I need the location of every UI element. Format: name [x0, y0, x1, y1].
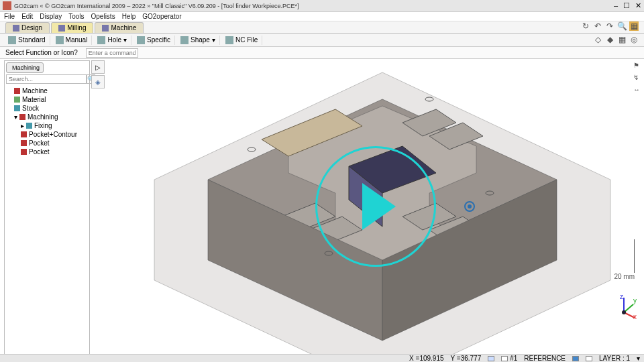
status-reference[interactable]: REFERENCE: [524, 355, 566, 362]
machine-icon: [102, 25, 109, 32]
svg-point-26: [622, 310, 626, 314]
manual-icon: [56, 36, 64, 44]
status-toggle-1[interactable]: [488, 356, 494, 361]
side-tool-column: ▷ ◈: [91, 60, 106, 353]
status-layer-box[interactable]: #1: [501, 355, 517, 362]
menu-opelists[interactable]: Opelists: [91, 13, 115, 20]
wire-icon[interactable]: ◇: [593, 35, 602, 44]
command-input[interactable]: [86, 48, 138, 58]
side-panel: Machining 🔍 Machine Material Stock ▾Mach…: [4, 60, 90, 355]
cube-icon[interactable]: ▦: [629, 21, 639, 31]
window-title: GO2cam « © GO2cam International 2009 – 2…: [14, 3, 614, 9]
title-bar: GO2cam « © GO2cam International 2009 – 2…: [0, 0, 644, 12]
specific-button[interactable]: Specific: [133, 36, 175, 45]
shape-icon: [180, 36, 189, 44]
status-layer[interactable]: LAYER : 1: [599, 355, 630, 362]
menu-go2operator[interactable]: GO2operator: [142, 13, 181, 20]
prompt-bar: Select Function or Icon?: [0, 47, 644, 59]
menu-edit[interactable]: Edit: [21, 13, 33, 20]
menu-help[interactable]: Help: [122, 13, 136, 20]
status-line[interactable]: [586, 356, 592, 361]
svg-text:z: z: [620, 294, 623, 300]
tree-material[interactable]: Material: [7, 95, 87, 104]
hole-button[interactable]: Hole▾: [93, 36, 131, 45]
standard-icon: [8, 36, 16, 44]
tree-pocket2[interactable]: Pocket: [7, 147, 87, 156]
status-color[interactable]: [572, 356, 579, 361]
eye-icon[interactable]: ◎: [629, 35, 639, 44]
scale-indicator: 20 mm: [614, 239, 635, 280]
tab-machine[interactable]: Machine: [95, 22, 144, 33]
tree-machine[interactable]: Machine: [7, 86, 87, 95]
menu-tools[interactable]: Tools: [68, 13, 84, 20]
redo-icon[interactable]: ↷: [605, 21, 614, 31]
tab-design[interactable]: Design: [5, 22, 50, 33]
ncfile-button[interactable]: NC File: [221, 36, 262, 45]
hole-icon: [97, 36, 105, 44]
close-button[interactable]: ✕: [635, 1, 641, 10]
menu-bar: File Edit Display Tools Opelists Help GO…: [0, 12, 644, 21]
milling-icon: [58, 25, 65, 32]
ncfile-icon: [225, 36, 233, 44]
mode-tabs: Design Milling Machine: [0, 21, 644, 34]
viewport-3d[interactable]: ↻ ↶ ↷ 🔍 ▦ ◇ ◆ ▦ ◎ ⚑ ↯ ↔: [107, 59, 644, 354]
ribbon-toolbar: Standard Manual Hole▾ Specific Shape▾ NC…: [0, 34, 644, 47]
tree-stock[interactable]: Stock: [7, 104, 87, 113]
play-button[interactable]: ▷: [91, 60, 105, 74]
refresh-icon[interactable]: ↻: [581, 21, 590, 31]
manual-button[interactable]: Manual: [52, 36, 93, 45]
undo-icon[interactable]: ↶: [593, 21, 602, 31]
menu-file[interactable]: File: [4, 13, 15, 20]
workpiece-render: [107, 59, 644, 354]
status-y: Y =36.777: [451, 355, 482, 362]
shade-icon[interactable]: ◆: [605, 35, 614, 44]
menu-display[interactable]: Display: [40, 13, 62, 20]
svg-text:x: x: [633, 313, 637, 320]
zoom-icon[interactable]: 🔍: [617, 21, 627, 31]
standard-button[interactable]: Standard: [4, 36, 50, 45]
grid-icon[interactable]: ▦: [617, 35, 627, 44]
status-bar: X =109.915 Y =36.777 #1 REFERENCE LAYER …: [0, 354, 644, 362]
shape-button[interactable]: Shape▾: [176, 36, 220, 45]
status-x: X =109.915: [409, 355, 443, 362]
tree-view: Machine Material Stock ▾Machining ▸Fixin…: [5, 85, 89, 158]
tree-machining[interactable]: ▾Machining: [7, 113, 87, 121]
tree-pocketcontour[interactable]: Pocket+Contour: [7, 130, 87, 139]
maximize-button[interactable]: ☐: [623, 1, 630, 10]
prompt-text: Select Function or Icon?: [5, 49, 78, 56]
axis-triad: x y z: [610, 294, 637, 320]
search-input[interactable]: [6, 74, 87, 84]
tree-fixing[interactable]: ▸Fixing: [7, 121, 87, 130]
tree-pocket1[interactable]: Pocket: [7, 139, 87, 147]
minimize-button[interactable]: –: [614, 1, 618, 10]
specific-icon: [137, 36, 145, 44]
shield-button[interactable]: ◈: [91, 75, 105, 88]
svg-point-19: [468, 204, 472, 208]
svg-text:y: y: [633, 297, 637, 304]
app-icon: [3, 1, 11, 10]
panel-tab-machining[interactable]: Machining: [6, 62, 44, 73]
tab-milling[interactable]: Milling: [51, 22, 93, 33]
design-icon: [13, 25, 19, 32]
